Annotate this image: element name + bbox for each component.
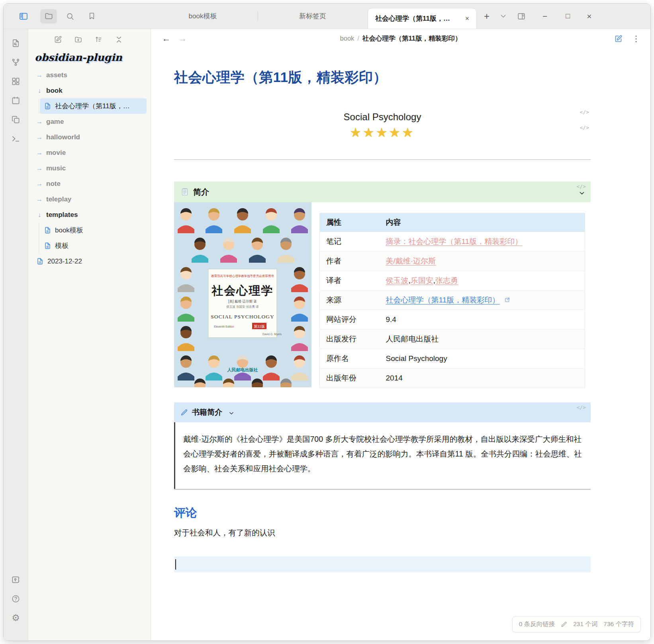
external-link-icon[interactable] <box>504 297 510 303</box>
editor-body: 社会心理学（第11版，精装彩印） Social Psychology ★★★★★… <box>151 48 650 640</box>
tab-active-note[interactable]: 社会心理学（第11版，… × <box>368 8 477 29</box>
vault-title[interactable]: obsidian-plugin <box>35 52 148 63</box>
settings-gear-icon[interactable]: ⚙ <box>12 613 20 623</box>
comment-text: 对于社会和人，有了新的认识 <box>174 527 591 538</box>
translator-link[interactable]: 张志勇 <box>435 276 458 285</box>
file-social-psychology[interactable]: 社会心理学（第11版，… <box>40 98 147 114</box>
window-minimize-icon[interactable]: − <box>542 12 547 21</box>
translator-link[interactable]: 乐国安 <box>411 276 433 285</box>
window-maximize-icon[interactable]: □ <box>566 12 570 20</box>
more-options-icon[interactable]: ⋮ <box>632 34 640 43</box>
hero-code-buttons: </> </> <box>580 109 589 131</box>
author-link[interactable]: 美/戴维·迈尔斯 <box>386 257 436 265</box>
svg-text:[美] 戴维·迈尔斯 著: [美] 戴维·迈尔斯 著 <box>228 299 257 303</box>
window-close-icon[interactable]: × <box>587 12 591 21</box>
backlinks-count[interactable]: 0 条反向链接 <box>519 620 555 628</box>
titlebar-controls: + − □ × <box>477 4 606 29</box>
bookmarks-tab-button[interactable] <box>83 9 100 23</box>
nav-arrows: ← → <box>162 34 187 43</box>
search-icon <box>66 12 74 21</box>
folder-templates[interactable]: ↓ templates <box>30 207 147 222</box>
collapsed-arrow-icon: → <box>36 149 43 156</box>
daily-note-calendar-icon[interactable] <box>11 96 20 105</box>
editor-active-line[interactable] <box>174 556 591 572</box>
templates-copy-icon[interactable] <box>11 115 20 124</box>
tab-label: 社会心理学（第11版，… <box>375 14 450 23</box>
pencil-status-icon <box>561 621 567 628</box>
svg-text:Eleventh Edition: Eleventh Edition <box>214 325 234 328</box>
explorer-actions <box>28 34 148 48</box>
word-count[interactable]: 231 个词 <box>573 620 597 628</box>
svg-text:第11版: 第11版 <box>254 324 264 328</box>
vault-switcher-icon[interactable] <box>11 575 20 584</box>
search-tab-button[interactable] <box>62 9 78 23</box>
code-block-icon[interactable]: </> <box>577 183 586 189</box>
code-block-icon[interactable]: </> <box>580 109 589 115</box>
folder-movie[interactable]: → movie <box>30 145 147 160</box>
source-external-link[interactable]: 社会心理学（第11版，精装彩印） <box>386 296 500 304</box>
char-count[interactable]: 736 个字符 <box>603 620 634 628</box>
tab-label: book模板 <box>189 12 217 21</box>
table-row: 来源 社会心理学（第11版，精装彩印） <box>320 291 585 310</box>
file-template[interactable]: 模板 <box>40 238 147 254</box>
svg-text:人民邮电出版社: 人民邮电出版社 <box>227 367 258 373</box>
folder-book[interactable]: ↓ book <box>30 83 147 98</box>
tab-label: 新标签页 <box>299 12 326 21</box>
new-folder-icon[interactable] <box>74 35 82 44</box>
comments-heading: 评论 <box>174 505 591 521</box>
terminal-icon[interactable] <box>11 134 20 143</box>
file-daily-note[interactable]: 2023-12-22 <box>30 254 147 269</box>
sidebar-toggle-icon[interactable] <box>19 12 28 21</box>
tab-list-chevron-icon[interactable] <box>500 13 507 20</box>
canvas-icon[interactable] <box>11 77 20 86</box>
new-tab-icon[interactable]: + <box>484 11 490 22</box>
forward-arrow-icon[interactable]: → <box>178 34 187 43</box>
file-book-template[interactable]: book模板 <box>40 222 147 238</box>
description-title: 书籍简介 <box>192 407 222 418</box>
tab-new[interactable]: 新标签页 <box>258 4 368 29</box>
tab-bar: book模板 新标签页 社会心理学（第11版，… × + − □ × <box>148 4 650 29</box>
help-icon[interactable] <box>11 594 20 603</box>
folder-game[interactable]: → game <box>30 114 147 129</box>
left-ribbon: ⚙ <box>4 29 28 640</box>
titlebar-left <box>4 4 148 29</box>
folder-halloworld[interactable]: → halloworld <box>30 129 147 145</box>
files-tab-button[interactable] <box>40 9 57 23</box>
book-cover-image[interactable]: 教育部高等学校心理学教学指导委员会推荐用书 社会心理学 [美] 戴维·迈尔斯 著… <box>174 202 311 387</box>
folder-music[interactable]: → music <box>30 160 147 176</box>
folder-assets[interactable]: → assets <box>30 67 147 83</box>
titlebar: book模板 新标签页 社会心理学（第11版，… × + − □ × <box>4 4 650 29</box>
folder-note[interactable]: → note <box>30 176 147 191</box>
description-header[interactable]: 书籍简介 </> <box>174 402 591 422</box>
graph-view-icon[interactable] <box>11 58 20 67</box>
folder-teleplay[interactable]: → teleplay <box>30 191 147 207</box>
code-block-icon[interactable]: </> <box>580 125 589 131</box>
code-block-icon[interactable]: </> <box>577 404 586 410</box>
description-section: 书籍简介 </> 戴维·迈尔斯的《社会心理学》是美国700 多所大专院校社会心理… <box>174 402 591 490</box>
note-link[interactable]: 摘录：社会心理学（第11版，精装彩印） <box>386 237 523 246</box>
editor-pane: ← → book/社会心理学（第11版，精装彩印） ⋮ 社会心理学（第11版，精… <box>151 29 650 640</box>
document-icon <box>44 226 51 234</box>
edit-mode-icon[interactable] <box>614 35 623 43</box>
collapsed-arrow-icon: → <box>36 180 43 187</box>
intro-header[interactable]: 简介 </> <box>174 181 591 202</box>
pencil-icon <box>180 409 188 416</box>
folder-templates-children: book模板 模板 <box>39 222 148 254</box>
collapse-chevron-icon[interactable] <box>579 190 585 196</box>
back-arrow-icon[interactable]: ← <box>162 34 170 43</box>
breadcrumb-current: 社会心理学（第11版，精装彩印） <box>362 35 461 42</box>
breadcrumb-parent[interactable]: book <box>340 35 354 42</box>
collapse-chevron-icon[interactable] <box>229 410 234 416</box>
tab-book-template[interactable]: book模板 <box>148 4 258 29</box>
collapsed-arrow-icon: → <box>36 134 43 141</box>
document-icon <box>44 102 51 110</box>
note-content: 社会心理学（第11版，精装彩印） Social Psychology ★★★★★… <box>174 68 591 572</box>
app-window: book模板 新标签页 社会心理学（第11版，… × + − □ × <box>3 3 651 641</box>
sort-icon[interactable] <box>94 35 103 44</box>
collapse-all-icon[interactable] <box>115 35 123 44</box>
tab-close-icon[interactable]: × <box>464 14 471 23</box>
translator-link[interactable]: 侯玉波 <box>386 276 409 285</box>
split-pane-icon[interactable] <box>517 12 526 21</box>
quick-switcher-icon[interactable] <box>11 39 20 48</box>
new-note-icon[interactable] <box>54 35 62 44</box>
